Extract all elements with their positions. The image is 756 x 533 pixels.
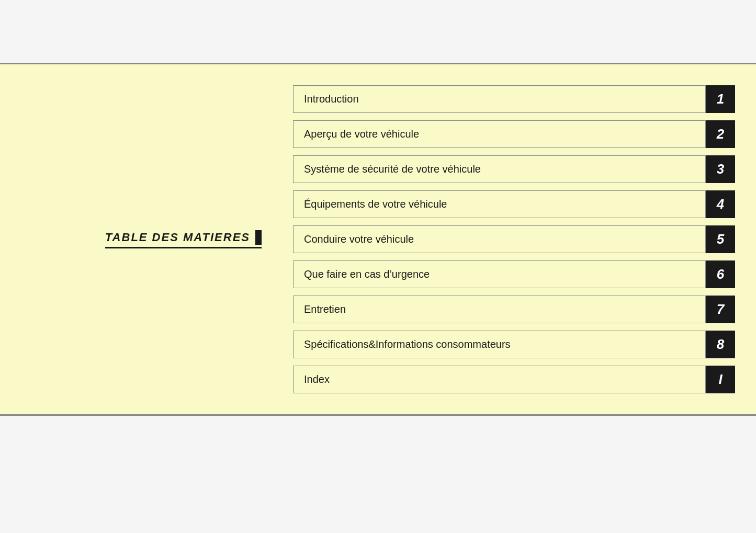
title-marker xyxy=(255,230,262,245)
toc-row[interactable]: Aperçu de votre véhicule2 xyxy=(293,120,735,148)
bottom-space xyxy=(0,416,756,533)
toc-label: Conduire votre véhicule xyxy=(293,225,706,253)
toc-number: 1 xyxy=(706,85,735,113)
toc-row[interactable]: Entretien7 xyxy=(293,296,735,323)
toc-row[interactable]: Spécifications&Informations consommateur… xyxy=(293,331,735,358)
toc-row[interactable]: Que faire en cas d’urgence6 xyxy=(293,260,735,288)
left-panel: TABLE DES MATIERES xyxy=(0,85,293,393)
toc-label: Spécifications&Informations consommateur… xyxy=(293,331,706,358)
toc-number: 3 xyxy=(706,155,735,183)
toc-number: 8 xyxy=(706,331,735,358)
toc-number: 6 xyxy=(706,260,735,288)
toc-row[interactable]: Conduire votre véhicule5 xyxy=(293,225,735,253)
toc-label: Introduction xyxy=(293,85,706,113)
table-of-contents-title: TABLE DES MATIERES xyxy=(105,230,262,248)
toc-number: 2 xyxy=(706,120,735,148)
toc-row[interactable]: Système de sécurité de votre véhicule3 xyxy=(293,155,735,183)
toc-number: 4 xyxy=(706,190,735,218)
toc-label: Index xyxy=(293,366,706,393)
toc-label: Aperçu de votre véhicule xyxy=(293,120,706,148)
toc-label: Que faire en cas d’urgence xyxy=(293,260,706,288)
toc-label: Entretien xyxy=(293,296,706,323)
toc-row[interactable]: Équipements de votre véhicule4 xyxy=(293,190,735,218)
main-content: TABLE DES MATIERES Introduction1Aperçu d… xyxy=(0,64,756,414)
top-space xyxy=(0,0,756,31)
toc-label: Système de sécurité de votre véhicule xyxy=(293,155,706,183)
title-text: TABLE DES MATIERES xyxy=(105,231,250,244)
toc-row[interactable]: IndexI xyxy=(293,366,735,393)
toc-label: Équipements de votre véhicule xyxy=(293,190,706,218)
toc-number: I xyxy=(706,366,735,393)
toc-row[interactable]: Introduction1 xyxy=(293,85,735,113)
toc-number: 7 xyxy=(706,296,735,323)
toc-number: 5 xyxy=(706,225,735,253)
toc-list: Introduction1Aperçu de votre véhicule2Sy… xyxy=(293,85,756,393)
